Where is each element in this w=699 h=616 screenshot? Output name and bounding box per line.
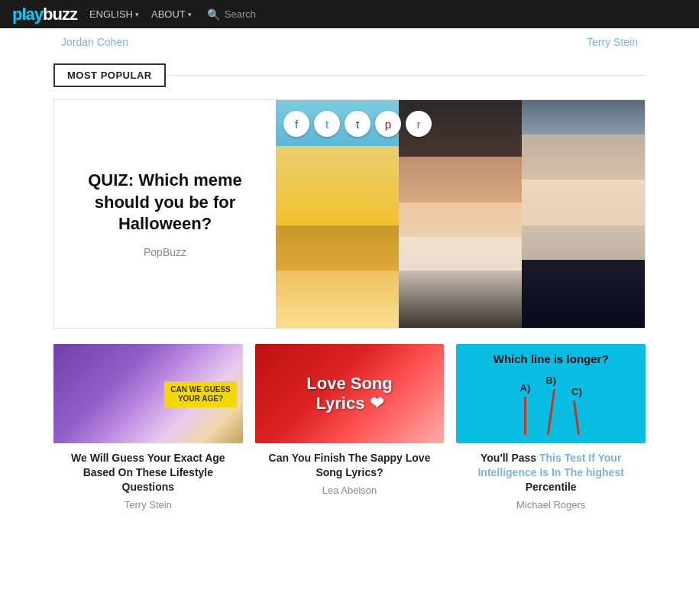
search-input[interactable] [225,8,301,20]
line-a: A) [520,382,531,435]
chevron-down-icon: ▾ [135,11,139,18]
share-icons: f t t p r [283,111,432,137]
card-title-3-highlight: This Test If Your Intelligence Is In The… [477,452,623,478]
share-reddit-button[interactable]: r [406,111,432,137]
card-line-test[interactable]: Which line is longer? A) B) C) [456,344,646,518]
card-title-2: Can You Finish The Sappy Love Song Lyric… [258,451,442,480]
nav-english[interactable]: ENGLISH ▾ [89,8,139,20]
author-link-jordan[interactable]: Jordan Cohen [61,36,128,48]
cards-row: CAN WE GUESSYOUR AGE? We Will Guess Your… [53,344,646,518]
line-a-label: A) [520,382,531,394]
line-b-bar [547,389,555,435]
logo[interactable]: playbuzz [12,5,77,24]
card-title-3: You'll Pass This Test If Your Intelligen… [459,451,642,494]
line-b-label: B) [545,374,556,386]
card-age-guess[interactable]: CAN WE GUESSYOUR AGE? We Will Guess Your… [53,344,243,518]
card-info-1: We Will Guess Your Exact Age Based On Th… [53,443,243,518]
nav-about[interactable]: ABOUT ▾ [151,8,192,20]
lines-row: A) B) C) [520,374,582,435]
featured-text-area: QUIZ: Which meme should you be for Hallo… [54,100,276,328]
author-link-terry[interactable]: Terry Stein [587,36,638,48]
featured-author: PopBuzz [144,246,186,258]
line-test-title: Which line is longer? [494,352,609,365]
line-c-label: C) [571,386,582,397]
card-image-1: CAN WE GUESSYOUR AGE? [53,344,243,443]
featured-images: f t t p r [276,100,645,328]
card-overlay-2: Love SongLyrics ❤ [264,374,435,414]
line-a-bar [524,397,526,435]
search-icon: 🔍 [207,8,220,21]
featured-image-3 [522,100,645,328]
card-image-3: Which line is longer? A) B) C) [456,344,646,443]
line-test-visual: Which line is longer? A) B) C) [456,344,646,443]
card-image-2: Love SongLyrics ❤ [255,344,445,443]
line-c: C) [571,386,582,435]
navbar: playbuzz ENGLISH ▾ ABOUT ▾ 🔍 [0,0,699,28]
most-popular-section: MOST POPULAR [0,56,699,87]
share-tumblr-button[interactable]: t [345,111,371,137]
card-author-1: Terry Stein [57,499,240,511]
share-facebook-button[interactable]: f [283,111,309,137]
share-twitter-button[interactable]: t [314,111,340,137]
card-love-songs[interactable]: Love SongLyrics ❤ Can You Finish The Sap… [255,344,445,518]
share-pinterest-button[interactable]: p [375,111,401,137]
featured-title: QUIZ: Which meme should you be for Hallo… [73,170,257,235]
card-author-3: Michael Rogers [459,499,642,511]
card-info-3: You'll Pass This Test If Your Intelligen… [456,443,646,518]
section-title: MOST POPULAR [53,63,166,87]
featured-card: QUIZ: Which meme should you be for Hallo… [53,99,646,329]
card-info-2: Can You Finish The Sappy Love Song Lyric… [255,443,445,504]
line-b: B) [545,374,556,435]
chevron-down-icon: ▾ [188,11,192,18]
card-author-2: Lea Abelson [258,485,442,496]
card-title-1: We Will Guess Your Exact Age Based On Th… [57,451,240,494]
search-wrap: 🔍 [207,8,301,21]
line-c-bar [573,400,580,435]
top-authors-row: Jordan Cohen Terry Stein [0,28,699,56]
card-badge-1: CAN WE GUESSYOUR AGE? [164,381,236,407]
